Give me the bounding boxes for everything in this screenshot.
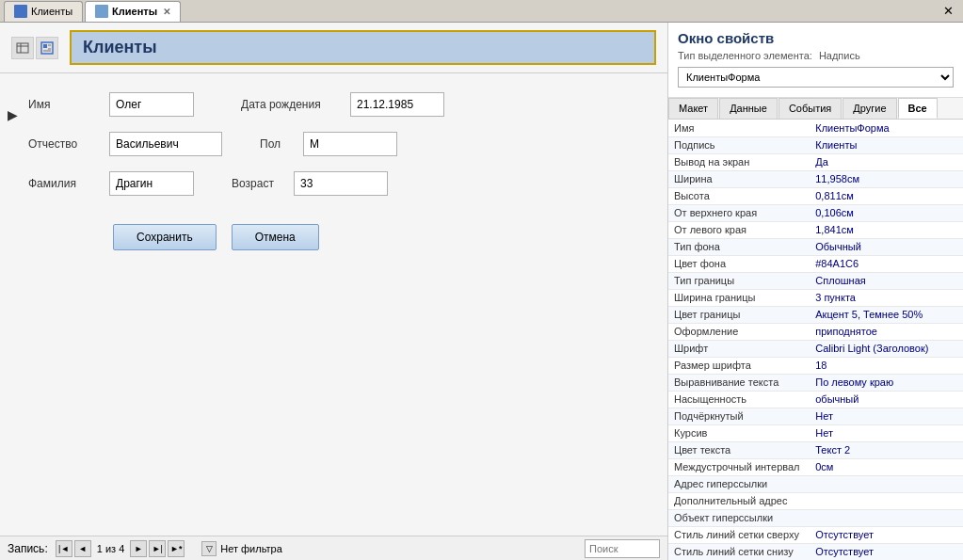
table-row[interactable]: Междустрочный интервал0см [668,458,963,475]
name-label: Имя [28,98,104,111]
table-row[interactable]: Дополнительный адрес [668,492,963,509]
table-row[interactable]: Адрес гиперссылки [668,475,963,492]
nav-next-button[interactable]: ► [130,540,147,557]
vozrast-label: Возраст [232,177,288,190]
nav-new-button[interactable]: ►* [168,540,185,557]
tab-maket[interactable]: Макет [668,98,718,119]
pol-label: Пол [260,137,297,151]
table-row[interactable]: ШрифтCalibri Light (Заголовок) [668,340,963,357]
table-row[interactable]: Выравнивание текстаПо левому краю [668,374,963,391]
table-row[interactable]: От верхнего края0,106см [668,204,963,221]
table-row[interactable]: Ширина границы3 пункта [668,289,963,306]
properties-panel: Окно свойств Тип выделенного элемента: Н… [668,23,963,560]
tab-dannye[interactable]: Данные [719,98,778,119]
table-row[interactable]: Вывод на экранДа [668,153,963,170]
field-familiya: Фамилия [28,171,194,196]
subtitle-prefix: Тип выделенного элемента: [678,50,812,61]
props-object-dropdown[interactable]: КлиентыФорма [678,67,954,88]
familiya-label: Фамилия [28,177,104,190]
table-row[interactable]: Объект гиперссылки [668,509,963,526]
layout-icon[interactable] [36,37,58,59]
svg-rect-5 [48,44,51,46]
table-row[interactable]: Ширина11,958см [668,170,963,187]
record-position: 1 из 4 [93,543,129,554]
subtitle-type: Надпись [819,50,860,61]
main-container: Клиенты ▶ Имя Дата рождения Отчество [0,23,963,560]
table-row[interactable]: От левого края1,841см [668,221,963,238]
table-row[interactable]: Оформлениеприподнятое [668,323,963,340]
pol-input[interactable] [303,132,397,156]
form-icon [95,5,108,18]
search-input[interactable] [585,539,660,558]
props-header: Окно свойств Тип выделенного элемента: Н… [668,23,963,98]
table-row[interactable]: Цвет границыАкцент 5, Темнее 50% [668,306,963,323]
table-row[interactable]: Цвет текстаТекст 2 [668,441,963,458]
record-label: Запись: [8,542,48,555]
table-row[interactable]: Цвет фона#84A1С6 [668,255,963,272]
table-row[interactable]: КурсивНет [668,424,963,441]
svg-rect-6 [48,48,51,50]
props-title: Окно свойств [678,30,954,46]
otchestvo-label: Отчество [28,137,104,151]
row-name-date: Имя Дата рождения [28,92,639,117]
field-vozrast: Возраст [232,171,388,196]
window-close-icon[interactable]: ✕ [938,4,959,18]
status-bar: Запись: |◄ ◄ 1 из 4 ► ►| ►* ▽ Нет фильтр… [0,536,667,560]
table-row[interactable]: Стиль линий сетки снизуОтсутствует [668,543,963,560]
table-row[interactable]: Тип границыСплошная [668,272,963,289]
svg-rect-4 [43,44,47,48]
tab-label-1: Клиенты [31,6,72,17]
vozrast-input[interactable] [294,171,388,196]
cancel-button[interactable]: Отмена [232,224,319,250]
table-row[interactable]: Тип фонаОбычный [668,238,963,255]
tab-close-icon[interactable]: ✕ [163,7,170,17]
filter-label: Нет фильтра [220,543,282,554]
row-otchestvo-pol: Отчество Пол [28,132,639,156]
table-row[interactable]: ИмяКлиентыФорма [668,120,963,136]
birthdate-label: Дата рождения [241,98,345,111]
table-row[interactable]: Высота0,811см [668,187,963,204]
otchestvo-input[interactable] [109,132,222,156]
filter-icon[interactable]: ▽ [201,541,217,556]
field-birthdate: Дата рождения [241,92,444,117]
tab-vse[interactable]: Все [898,98,938,119]
table-icon [14,5,27,18]
field-name: Имя [28,92,194,117]
table-row[interactable]: Размер шрифта18 [668,357,963,374]
props-table: ИмяКлиентыФормаПодписьКлиентыВывод на эк… [668,120,963,560]
svg-rect-7 [43,50,51,52]
props-subtitle: Тип выделенного элемента: Надпись [678,50,954,61]
toolbar-icons [11,37,60,59]
form-title: Клиенты [70,30,656,65]
nav-prev-button[interactable]: ◄ [74,540,91,557]
field-pol: Пол [260,132,397,156]
form-panel: Клиенты ▶ Имя Дата рождения Отчество [0,23,668,560]
form-buttons: Сохранить Отмена [113,224,639,250]
props-dropdown-row: КлиентыФорма [678,67,954,88]
familiya-input[interactable] [109,171,194,196]
nav-expand-icon[interactable]: ▶ [8,107,18,122]
table-row[interactable]: Насыщенностьобычный [668,391,963,408]
form-header: Клиенты [0,23,667,73]
props-tabs: Макет Данные События Другие Все [668,98,963,120]
nav-first-button[interactable]: |◄ [56,540,72,557]
tab-bar: Клиенты Клиенты ✕ ✕ [0,0,963,23]
view-icon[interactable] [11,37,34,59]
tab-klients-2[interactable]: Клиенты ✕ [85,1,181,22]
svg-rect-0 [17,43,28,53]
filter-area: ▽ Нет фильтра [201,541,282,556]
name-input[interactable] [109,92,194,117]
record-navigation: |◄ ◄ 1 из 4 ► ►| ►* [56,540,185,557]
tab-klients-1[interactable]: Клиенты [4,1,83,22]
table-row[interactable]: ПодписьКлиенты [668,136,963,153]
tab-drugie[interactable]: Другие [843,98,896,119]
nav-last-button[interactable]: ►| [149,540,166,557]
save-button[interactable]: Сохранить [113,224,217,250]
tab-sobytiya[interactable]: События [778,98,842,119]
birthdate-input[interactable] [350,92,444,117]
field-otchestvo: Отчество [28,132,222,156]
table-row[interactable]: Стиль линий сетки сверхуОтсутствует [668,526,963,543]
table-row[interactable]: ПодчёркнутыйНет [668,408,963,424]
row-familiya-vozrast: Фамилия Возраст [28,171,639,196]
form-body: Имя Дата рождения Отчество Пол [0,73,667,536]
